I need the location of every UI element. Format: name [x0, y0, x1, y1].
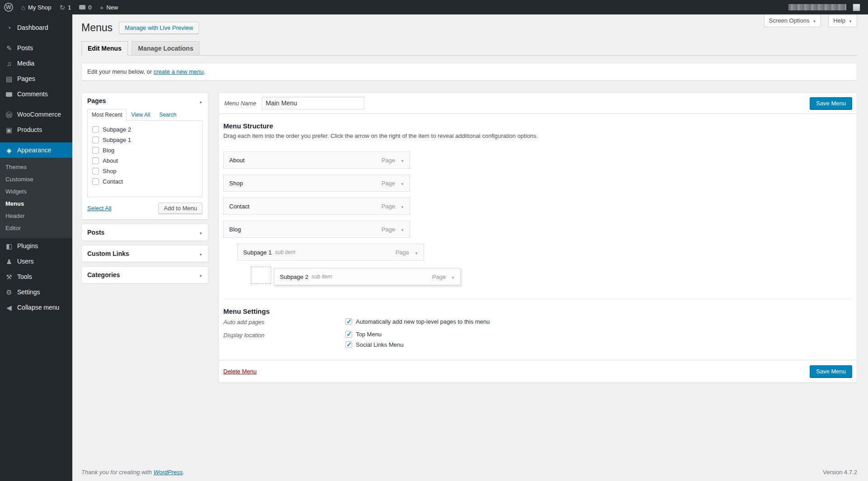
save-menu-button-top[interactable]: Save Menu	[810, 97, 852, 109]
manage-live-preview-button[interactable]: Manage with Live Preview	[119, 22, 199, 34]
menu-item-shop[interactable]: Shop Page	[223, 174, 410, 192]
comments-count: 0	[88, 4, 91, 11]
help-button[interactable]: Help	[828, 14, 857, 27]
tab-most-recent[interactable]: Most Recent	[87, 109, 127, 121]
menu-item-subpage-1[interactable]: Subpage 1 sub item Page	[237, 244, 424, 261]
page-checklist-item[interactable]: Subpage 2	[88, 124, 202, 135]
updates-menu[interactable]: ↻ 1	[55, 0, 75, 14]
page-footer: Thank you for creating with WordPress. V…	[81, 469, 857, 476]
custom-links-metabox: Custom Links	[81, 245, 208, 262]
menu-item-type: Page	[382, 203, 395, 210]
auto-add-pages-text: Automatically add new top-level pages to…	[356, 318, 490, 325]
sidebar-item-settings[interactable]: ⚙ Settings	[0, 284, 72, 300]
menu-name-input[interactable]	[262, 97, 364, 109]
display-location-label: Display location	[223, 331, 345, 348]
sidebar-item-woocommerce[interactable]: Ⓦ WooCommerce	[0, 107, 72, 122]
chevron-down-icon[interactable]	[401, 180, 404, 187]
posts-metabox: Posts	[81, 224, 208, 241]
save-menu-button-bottom[interactable]: Save Menu	[810, 365, 852, 377]
sidebar-item-media[interactable]: ♫ Media	[0, 56, 72, 71]
create-new-menu-link[interactable]: create a new menu	[154, 68, 204, 75]
add-to-menu-button[interactable]: Add to Menu	[158, 203, 203, 214]
chevron-down-icon[interactable]	[401, 157, 404, 164]
sidebar-item-label: Dashboard	[17, 24, 48, 31]
social-links-menu-option[interactable]: Social Links Menu	[345, 341, 404, 348]
page-checklist-item[interactable]: Contact	[88, 176, 202, 187]
tab-view-all[interactable]: View All	[127, 109, 155, 121]
auto-add-pages-checkbox[interactable]	[345, 318, 352, 325]
chevron-down-icon[interactable]	[451, 274, 455, 280]
menu-item-subpage-2[interactable]: Subpage 2 sub item Page	[274, 268, 461, 285]
sidebar-item-appearance[interactable]: ◈ Appearance	[0, 142, 72, 158]
submenu-item-customise[interactable]: Customise	[0, 173, 72, 185]
social-links-menu-checkbox[interactable]	[345, 341, 352, 348]
chevron-down-icon	[199, 229, 203, 236]
sidebar-item-comments[interactable]: Comments	[0, 86, 72, 102]
wordpress-link[interactable]: WordPress	[154, 469, 183, 476]
pages-metabox-header[interactable]: Pages	[82, 93, 208, 109]
home-icon: ⌂	[21, 4, 25, 11]
sidebar-item-dashboard[interactable]: ◔ Dashboard	[0, 20, 72, 35]
site-name: My Shop	[28, 4, 51, 11]
chevron-down-icon[interactable]	[401, 226, 404, 233]
tab-edit-menus[interactable]: Edit Menus	[81, 41, 128, 56]
categories-metabox-header[interactable]: Categories	[82, 267, 208, 283]
page-checkbox[interactable]	[92, 178, 99, 185]
comments-menu[interactable]: 0	[75, 0, 95, 14]
site-menu[interactable]: ⌂ My Shop	[17, 0, 55, 14]
collapse-menu-button[interactable]: ◀ Collapse menu	[0, 300, 72, 315]
top-menu-option[interactable]: Top Menu	[345, 331, 404, 338]
tab-search[interactable]: Search	[155, 109, 181, 121]
wp-logo-menu[interactable]: W	[0, 0, 17, 14]
sidebar-item-posts[interactable]: ✎ Posts	[0, 40, 72, 56]
page-checkbox[interactable]	[92, 147, 99, 154]
auto-add-pages-option[interactable]: Automatically add new top-level pages to…	[345, 318, 490, 325]
page-checkbox[interactable]	[92, 168, 99, 174]
screen-options-label: Screen Options	[769, 17, 810, 24]
pages-metabox-title: Pages	[87, 97, 106, 104]
sidebar-item-products[interactable]: ▣ Products	[0, 122, 72, 137]
sidebar-item-users[interactable]: ♟ Users	[0, 254, 72, 269]
posts-metabox-header[interactable]: Posts	[82, 224, 208, 240]
page-checklist-item[interactable]: Blog	[88, 145, 202, 156]
top-menu-checkbox[interactable]	[345, 331, 352, 338]
chevron-down-icon	[812, 17, 816, 24]
sidebar-item-pages[interactable]: ▤ Pages	[0, 71, 72, 86]
menu-item-blog[interactable]: Blog Page	[223, 221, 410, 238]
submenu-item-header[interactable]: Header	[0, 210, 72, 222]
submenu-item-editor[interactable]: Editor	[0, 222, 72, 234]
appearance-submenu: Themes Customise Widgets Menus Header Ed…	[0, 158, 72, 238]
menu-item-about[interactable]: About Page	[223, 151, 410, 169]
content-area: Screen Options Help Menus Manage with Li…	[72, 14, 868, 481]
sidebar-item-tools[interactable]: ⚒ Tools	[0, 269, 72, 284]
sidebar-item-plugins[interactable]: ◧ Plugins	[0, 238, 72, 254]
menu-structure-title: Menu Structure	[223, 122, 852, 130]
delete-menu-link[interactable]: Delete Menu	[223, 368, 257, 375]
page-checkbox[interactable]	[92, 137, 99, 143]
pages-icon: ▤	[5, 75, 14, 82]
products-icon: ▣	[5, 127, 14, 133]
sub-item-hint: sub item	[275, 249, 295, 255]
page-checklist-item[interactable]: Shop	[88, 166, 202, 176]
menu-item-title: About	[229, 157, 245, 164]
page-checkbox-label: About	[103, 157, 118, 164]
page-checkbox[interactable]	[92, 157, 99, 164]
user-menu[interactable]	[784, 0, 864, 14]
submenu-item-themes[interactable]: Themes	[0, 161, 72, 173]
menu-settings-column: Pages Most Recent View All Search Su	[81, 92, 208, 288]
new-content-menu[interactable]: + New	[95, 0, 122, 14]
submenu-item-menus[interactable]: Menus	[0, 198, 72, 210]
chevron-down-icon[interactable]	[401, 203, 404, 210]
page-checklist-item[interactable]: Subpage 1	[88, 135, 202, 145]
menu-item-contact[interactable]: Contact Page	[223, 198, 410, 215]
chevron-down-icon[interactable]	[415, 249, 418, 256]
custom-links-metabox-header[interactable]: Custom Links	[82, 245, 208, 262]
submenu-item-widgets[interactable]: Widgets	[0, 185, 72, 198]
page-checklist-item[interactable]: About	[88, 156, 202, 166]
select-all-link[interactable]: Select All	[87, 205, 111, 212]
media-icon: ♫	[5, 60, 14, 67]
screen-options-button[interactable]: Screen Options	[764, 14, 821, 27]
page-checkbox[interactable]	[92, 126, 99, 133]
sidebar-item-label: Users	[17, 258, 34, 265]
tab-manage-locations[interactable]: Manage Locations	[132, 41, 199, 56]
